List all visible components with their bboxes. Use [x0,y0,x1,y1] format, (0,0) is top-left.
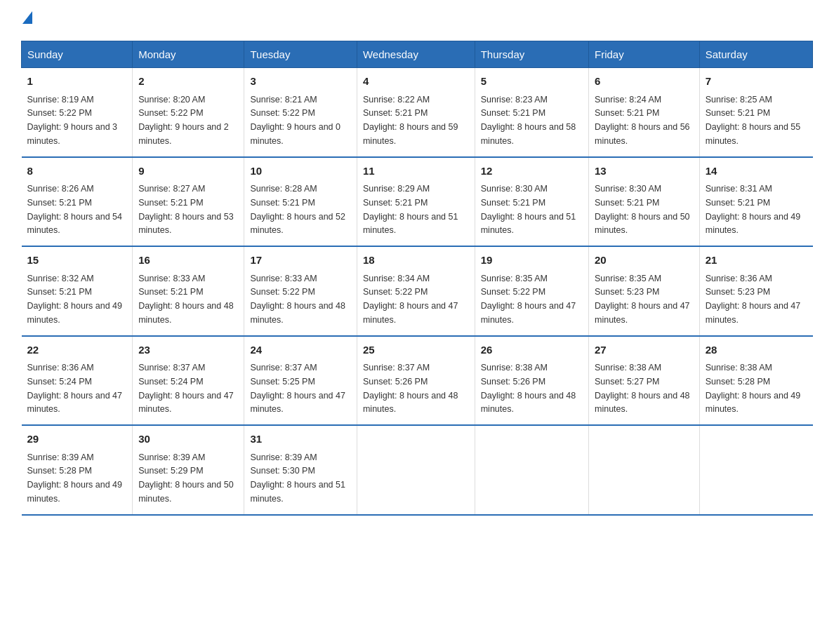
header-cell-sunday: Sunday [22,41,133,68]
calendar-cell: 28 Sunrise: 8:38 AMSunset: 5:28 PMDaylig… [699,336,812,426]
day-info: Sunrise: 8:33 AMSunset: 5:21 PMDaylight:… [138,274,234,325]
day-number: 6 [595,74,694,90]
calendar-cell: 27 Sunrise: 8:38 AMSunset: 5:27 PMDaylig… [589,336,700,426]
day-number: 25 [363,342,469,358]
day-number: 30 [138,431,238,448]
day-number: 12 [481,163,583,180]
calendar-cell: 23 Sunrise: 8:37 AMSunset: 5:24 PMDaylig… [133,336,244,426]
week-row-5: 29 Sunrise: 8:39 AMSunset: 5:28 PMDaylig… [22,425,813,515]
calendar-cell: 25 Sunrise: 8:37 AMSunset: 5:26 PMDaylig… [357,336,475,426]
day-number: 29 [27,431,127,448]
calendar-cell: 20 Sunrise: 8:35 AMSunset: 5:23 PMDaylig… [589,246,700,336]
calendar-cell: 18 Sunrise: 8:34 AMSunset: 5:22 PMDaylig… [357,246,475,336]
day-info: Sunrise: 8:23 AMSunset: 5:21 PMDaylight:… [481,95,576,146]
calendar-cell: 10 Sunrise: 8:28 AMSunset: 5:21 PMDaylig… [244,157,357,247]
day-number: 5 [481,74,583,90]
day-info: Sunrise: 8:37 AMSunset: 5:25 PMDaylight:… [250,363,345,414]
calendar-cell: 15 Sunrise: 8:32 AMSunset: 5:21 PMDaylig… [22,246,133,336]
day-number: 8 [27,163,127,180]
day-info: Sunrise: 8:26 AMSunset: 5:21 PMDaylight:… [27,184,123,235]
day-info: Sunrise: 8:38 AMSunset: 5:26 PMDaylight:… [481,363,576,414]
day-number: 28 [706,342,807,358]
calendar-cell: 9 Sunrise: 8:27 AMSunset: 5:21 PMDayligh… [133,157,244,247]
day-info: Sunrise: 8:35 AMSunset: 5:23 PMDaylight:… [595,274,690,325]
day-number: 3 [250,74,351,90]
week-row-2: 8 Sunrise: 8:26 AMSunset: 5:21 PMDayligh… [22,157,813,247]
calendar-cell [357,425,475,515]
calendar-cell [475,425,588,515]
day-number: 27 [595,342,694,358]
day-number: 15 [27,253,127,269]
day-info: Sunrise: 8:30 AMSunset: 5:21 PMDaylight:… [595,184,690,235]
day-number: 4 [363,74,469,90]
header-cell-friday: Friday [589,41,700,68]
day-number: 7 [706,74,807,90]
day-info: Sunrise: 8:27 AMSunset: 5:21 PMDaylight:… [138,184,234,235]
calendar-cell: 3 Sunrise: 8:21 AMSunset: 5:22 PMDayligh… [244,68,357,157]
day-info: Sunrise: 8:34 AMSunset: 5:22 PMDaylight:… [363,274,458,325]
calendar-cell [589,425,700,515]
day-number: 14 [706,163,807,180]
calendar-cell: 17 Sunrise: 8:33 AMSunset: 5:22 PMDaylig… [244,246,357,336]
calendar-header: SundayMondayTuesdayWednesdayThursdayFrid… [22,41,813,68]
header-cell-wednesday: Wednesday [357,41,475,68]
day-info: Sunrise: 8:39 AMSunset: 5:28 PMDaylight:… [27,452,123,504]
calendar-cell: 22 Sunrise: 8:36 AMSunset: 5:24 PMDaylig… [22,336,133,426]
calendar-cell: 14 Sunrise: 8:31 AMSunset: 5:21 PMDaylig… [699,157,812,247]
header-cell-saturday: Saturday [699,41,812,68]
day-number: 10 [250,163,351,180]
day-number: 16 [138,253,238,269]
day-number: 11 [363,163,469,180]
day-info: Sunrise: 8:20 AMSunset: 5:22 PMDaylight:… [138,95,229,146]
day-info: Sunrise: 8:33 AMSunset: 5:22 PMDaylight:… [250,274,345,325]
day-number: 1 [27,74,127,90]
day-number: 2 [138,74,238,90]
calendar-body: 1 Sunrise: 8:19 AMSunset: 5:22 PMDayligh… [22,68,813,515]
day-info: Sunrise: 8:32 AMSunset: 5:21 PMDaylight:… [27,274,123,325]
calendar-cell: 29 Sunrise: 8:39 AMSunset: 5:28 PMDaylig… [22,425,133,515]
day-number: 18 [363,253,469,269]
calendar-table: SundayMondayTuesdayWednesdayThursdayFrid… [21,41,813,516]
calendar-cell: 16 Sunrise: 8:33 AMSunset: 5:21 PMDaylig… [133,246,244,336]
day-number: 20 [595,253,694,269]
calendar-cell: 2 Sunrise: 8:20 AMSunset: 5:22 PMDayligh… [133,68,244,157]
day-number: 9 [138,163,238,180]
calendar-cell: 21 Sunrise: 8:36 AMSunset: 5:23 PMDaylig… [699,246,812,336]
week-row-1: 1 Sunrise: 8:19 AMSunset: 5:22 PMDayligh… [22,68,813,157]
day-number: 23 [138,342,238,358]
calendar-cell: 4 Sunrise: 8:22 AMSunset: 5:21 PMDayligh… [357,68,475,157]
logo-triangle-icon [22,11,32,24]
calendar-cell: 13 Sunrise: 8:30 AMSunset: 5:21 PMDaylig… [589,157,700,247]
day-info: Sunrise: 8:21 AMSunset: 5:22 PMDaylight:… [250,95,340,146]
calendar-cell: 1 Sunrise: 8:19 AMSunset: 5:22 PMDayligh… [22,68,133,157]
day-info: Sunrise: 8:25 AMSunset: 5:21 PMDaylight:… [706,95,801,146]
calendar-cell: 8 Sunrise: 8:26 AMSunset: 5:21 PMDayligh… [22,157,133,247]
day-number: 21 [706,253,807,269]
day-number: 17 [250,253,351,269]
header-cell-tuesday: Tuesday [244,41,357,68]
header [21,14,813,27]
day-info: Sunrise: 8:39 AMSunset: 5:30 PMDaylight:… [250,452,345,504]
calendar-cell: 6 Sunrise: 8:24 AMSunset: 5:21 PMDayligh… [589,68,700,157]
calendar-cell [699,425,812,515]
calendar-cell: 12 Sunrise: 8:30 AMSunset: 5:21 PMDaylig… [475,157,588,247]
day-info: Sunrise: 8:29 AMSunset: 5:21 PMDaylight:… [363,184,458,235]
calendar-cell: 19 Sunrise: 8:35 AMSunset: 5:22 PMDaylig… [475,246,588,336]
header-cell-monday: Monday [133,41,244,68]
day-info: Sunrise: 8:38 AMSunset: 5:27 PMDaylight:… [595,363,690,414]
day-info: Sunrise: 8:37 AMSunset: 5:24 PMDaylight:… [138,363,234,414]
day-info: Sunrise: 8:19 AMSunset: 5:22 PMDaylight:… [27,95,118,146]
calendar-cell: 30 Sunrise: 8:39 AMSunset: 5:29 PMDaylig… [133,425,244,515]
week-row-3: 15 Sunrise: 8:32 AMSunset: 5:21 PMDaylig… [22,246,813,336]
day-info: Sunrise: 8:37 AMSunset: 5:26 PMDaylight:… [363,363,458,414]
header-row: SundayMondayTuesdayWednesdayThursdayFrid… [22,41,813,68]
logo [21,14,32,27]
day-info: Sunrise: 8:31 AMSunset: 5:21 PMDaylight:… [706,184,801,235]
calendar-cell: 26 Sunrise: 8:38 AMSunset: 5:26 PMDaylig… [475,336,588,426]
day-number: 26 [481,342,583,358]
day-info: Sunrise: 8:38 AMSunset: 5:28 PMDaylight:… [706,363,801,414]
day-number: 24 [250,342,351,358]
day-info: Sunrise: 8:35 AMSunset: 5:22 PMDaylight:… [481,274,576,325]
calendar-cell: 24 Sunrise: 8:37 AMSunset: 5:25 PMDaylig… [244,336,357,426]
calendar-cell: 5 Sunrise: 8:23 AMSunset: 5:21 PMDayligh… [475,68,588,157]
